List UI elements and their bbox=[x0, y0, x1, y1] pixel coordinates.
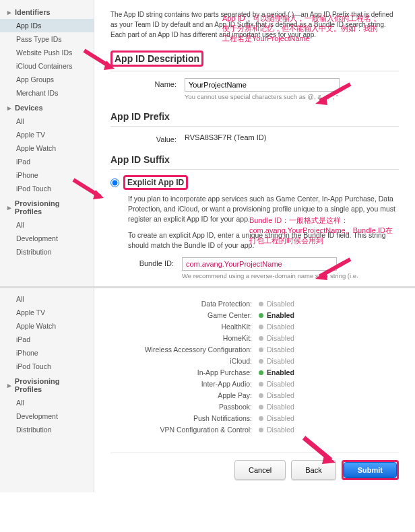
service-status: Disabled bbox=[267, 380, 294, 388]
status-dot-icon bbox=[259, 382, 263, 387]
status-dot-icon bbox=[259, 405, 263, 409]
service-label: Wireless Accessory Configuration: bbox=[110, 345, 259, 354]
service-status: Enabled bbox=[267, 368, 294, 376]
service-row: Passbook:Disabled bbox=[110, 403, 399, 411]
sidebar-item-app-ids[interactable]: App IDs bbox=[0, 19, 94, 32]
sidebar2-item-apple-tv[interactable]: Apple TV bbox=[0, 306, 94, 319]
service-status: Disabled bbox=[267, 391, 294, 399]
service-row: HomeKit:Disabled bbox=[110, 334, 399, 342]
sidebar-item-apple-tv[interactable]: Apple TV bbox=[0, 128, 94, 141]
service-status: Enabled bbox=[267, 311, 294, 319]
service-row: Inter-App Audio:Disabled bbox=[110, 380, 399, 388]
sidebar-item-merchant-ids[interactable]: Merchant IDs bbox=[0, 86, 94, 100]
service-label: HealthKit: bbox=[110, 323, 259, 331]
explicit-app-id-label: Explicit App ID bbox=[123, 175, 188, 190]
service-status: Disabled bbox=[267, 334, 294, 342]
sidebar2-item-prov-distribution[interactable]: Distribution bbox=[0, 423, 94, 436]
disclosure-icon: ▸ bbox=[7, 9, 12, 15]
sidebar-item-ipad[interactable]: iPad bbox=[0, 155, 94, 168]
prefix-value-label: Value: bbox=[110, 133, 185, 143]
sidebar-item-website-push-ids[interactable]: Website Push IDs bbox=[0, 46, 94, 59]
intro-text: The App ID string contains two parts sep… bbox=[110, 9, 399, 40]
sidebar-item-iphone[interactable]: iPhone bbox=[0, 168, 94, 182]
section-app-id-description: App ID Description bbox=[110, 51, 399, 71]
bundle-id-label: Bundle ID: bbox=[128, 257, 182, 267]
service-row: Data Protection:Disabled bbox=[110, 300, 399, 308]
status-dot-icon bbox=[259, 336, 263, 341]
bundle-id-input[interactable] bbox=[182, 257, 337, 271]
service-status: Disabled bbox=[267, 300, 294, 308]
service-label: iCloud: bbox=[110, 357, 259, 365]
service-row: VPN Configuration & Control:Disabled bbox=[110, 426, 399, 434]
sidebar-item-ipod-touch[interactable]: iPod Touch bbox=[0, 182, 94, 195]
sidebar2-item-ipad[interactable]: iPad bbox=[0, 333, 94, 346]
sidebar2-header-provisioning[interactable]: ▸Provisioning Profiles bbox=[0, 373, 94, 396]
service-label: HomeKit: bbox=[110, 334, 259, 342]
explicit-description-2: To create an explicit App ID, enter a un… bbox=[128, 230, 399, 251]
sidebar-header-provisioning[interactable]: ▸Provisioning Profiles bbox=[0, 195, 94, 218]
status-dot-icon bbox=[259, 393, 263, 398]
bundle-id-hint: We recommend using a reverse-domain name… bbox=[182, 272, 399, 279]
sidebar-item-icloud-containers[interactable]: iCloud Containers bbox=[0, 59, 94, 73]
name-label: Name: bbox=[110, 78, 185, 88]
service-status: Disabled bbox=[267, 403, 294, 411]
disclosure-icon: ▸ bbox=[7, 383, 12, 388]
service-label: Apple Pay: bbox=[110, 391, 259, 399]
status-dot-icon bbox=[259, 347, 263, 352]
name-input[interactable] bbox=[185, 78, 340, 92]
service-row: Apple Pay:Disabled bbox=[110, 391, 399, 399]
sidebar-item-prov-distribution[interactable]: Distribution bbox=[0, 245, 94, 259]
service-row: HealthKit:Disabled bbox=[110, 323, 399, 331]
section-app-id-prefix: App ID Prefix bbox=[110, 111, 399, 127]
sidebar: ▸Identifiers App IDs Pass Type IDs Websi… bbox=[0, 0, 94, 286]
sidebar2-item-all[interactable]: All bbox=[0, 292, 94, 306]
service-label: Game Center: bbox=[110, 311, 259, 319]
sidebar-item-prov-development[interactable]: Development bbox=[0, 232, 94, 245]
service-row: iCloud:Disabled bbox=[110, 357, 399, 365]
status-dot-icon bbox=[259, 302, 263, 306]
explicit-description-1: If you plan to incorporate app services … bbox=[128, 194, 399, 225]
service-label: In-App Purchase: bbox=[110, 368, 259, 376]
status-dot-icon bbox=[259, 416, 263, 421]
disclosure-icon: ▸ bbox=[7, 105, 12, 110]
sidebar-header-devices[interactable]: ▸Devices bbox=[0, 100, 94, 114]
service-row: Push Notifications:Disabled bbox=[110, 414, 399, 422]
service-label: Passbook: bbox=[110, 403, 259, 411]
sidebar-header-identifiers[interactable]: ▸Identifiers bbox=[0, 4, 94, 19]
services-panel: Data Protection:DisabledGame Center:Enab… bbox=[94, 288, 415, 492]
service-status: Disabled bbox=[267, 426, 294, 434]
cancel-button[interactable]: Cancel bbox=[234, 460, 286, 480]
status-dot-icon bbox=[259, 359, 263, 364]
service-row: Game Center:Enabled bbox=[110, 311, 399, 319]
service-label: Inter-App Audio: bbox=[110, 380, 259, 388]
sidebar2-item-apple-watch[interactable]: Apple Watch bbox=[0, 319, 94, 333]
status-dot-icon bbox=[259, 313, 263, 318]
service-label: VPN Configuration & Control: bbox=[110, 426, 259, 434]
service-row: In-App Purchase:Enabled bbox=[110, 368, 399, 376]
sidebar-2: All Apple TV Apple Watch iPad iPhone iPo… bbox=[0, 288, 94, 492]
disclosure-icon: ▸ bbox=[7, 205, 12, 210]
service-status: Disabled bbox=[267, 357, 294, 365]
service-label: Push Notifications: bbox=[110, 414, 259, 422]
sidebar2-item-prov-development[interactable]: Development bbox=[0, 409, 94, 423]
sidebar-item-app-groups[interactable]: App Groups bbox=[0, 73, 94, 86]
status-dot-icon bbox=[259, 370, 263, 375]
sidebar-item-pass-type-ids[interactable]: Pass Type IDs bbox=[0, 32, 94, 46]
button-bar: Cancel Back Submit bbox=[110, 453, 399, 480]
section-app-id-suffix: App ID Suffix bbox=[110, 154, 399, 170]
prefix-value: RVSA8S3F7R (Team ID) bbox=[185, 133, 399, 141]
sidebar2-item-iphone[interactable]: iPhone bbox=[0, 346, 94, 360]
status-dot-icon bbox=[259, 325, 263, 329]
sidebar-item-devices-all[interactable]: All bbox=[0, 114, 94, 128]
status-dot-icon bbox=[259, 428, 263, 432]
highlight-box: App ID Description bbox=[110, 51, 203, 67]
sidebar-item-prov-all[interactable]: All bbox=[0, 218, 94, 232]
back-button[interactable]: Back bbox=[291, 460, 336, 480]
service-label: Data Protection: bbox=[110, 300, 259, 308]
explicit-app-id-radio[interactable] bbox=[110, 178, 119, 187]
sidebar2-item-ipod-touch[interactable]: iPod Touch bbox=[0, 360, 94, 373]
submit-button[interactable]: Submit bbox=[344, 462, 397, 478]
sidebar2-item-prov-all[interactable]: All bbox=[0, 396, 94, 409]
sidebar-item-apple-watch[interactable]: Apple Watch bbox=[0, 141, 94, 155]
name-hint: You cannot use special characters such a… bbox=[185, 93, 399, 100]
